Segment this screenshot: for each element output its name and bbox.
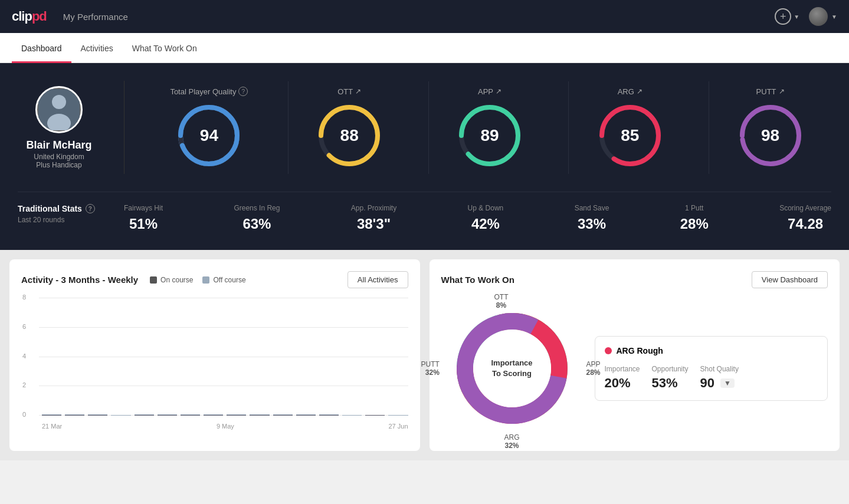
add-button[interactable]: + ▼ (775, 8, 799, 25)
bar-off-15 (388, 415, 408, 416)
sand-save-label: Sand Save (575, 204, 609, 212)
chart-area: 8 6 4 2 0 21 Mar 9 May 27 Jun (21, 298, 408, 433)
bar-on-7 (204, 415, 223, 416)
off-course-dot (202, 276, 209, 284)
app-arrow-icon: ↗ (496, 87, 501, 95)
importance-value: 20% (605, 375, 640, 391)
donut-center-text: ImportanceTo Scoring (491, 358, 532, 379)
logo-pd: pd (32, 9, 47, 24)
donut-wrapper: ImportanceTo Scoring OTT 8% APP 28% ARG … (441, 298, 583, 439)
one-putt-label: 1 Putt (685, 204, 703, 212)
greens-in-reg-value: 63% (242, 216, 271, 232)
on-course-dot (150, 276, 157, 284)
bar-group-0 (42, 414, 61, 416)
activity-panel: Activity - 3 Months - Weekly On course O… (9, 259, 420, 451)
bar-stack-9 (250, 414, 269, 416)
stats-top: Blair McHarg United Kingdom Plus Handica… (18, 81, 831, 174)
activity-title: Activity - 3 Months - Weekly (21, 275, 138, 285)
help-icon[interactable]: ? (238, 87, 248, 96)
trad-label-section: Traditional Stats ? Last 20 rounds (18, 204, 112, 224)
x-labels: 21 Mar 9 May 27 Jun (42, 419, 408, 433)
bar-on-5 (158, 415, 177, 416)
opportunity-label: Opportunity (652, 365, 689, 373)
user-menu[interactable]: ▼ (809, 7, 837, 26)
fairways-hit-value: 51% (129, 216, 158, 232)
total-circle: 94 (176, 103, 241, 168)
tab-dashboard[interactable]: Dashboard (12, 33, 71, 63)
header: clippd My Performance + ▼ ▼ (0, 0, 849, 33)
info-card-title: ARG Rough (605, 346, 818, 355)
tab-activities[interactable]: Activities (71, 33, 123, 63)
bar-stack-10 (273, 414, 293, 416)
app-circle: 89 (457, 103, 522, 168)
grid-label-4: 4 (22, 353, 26, 360)
legend-on-course: On course (150, 276, 193, 284)
donut-label-app: APP 28% (586, 360, 600, 377)
bar-on-10 (273, 415, 293, 416)
bars-container (42, 298, 408, 416)
all-activities-button[interactable]: All Activities (348, 271, 408, 288)
metric-opportunity: Opportunity 53% (652, 365, 689, 391)
bar-on-4 (135, 415, 154, 416)
wtwo-title: What To Work On (441, 275, 514, 285)
bar-on-12 (319, 415, 339, 416)
off-course-label: Off course (213, 276, 245, 284)
bar-on-14 (365, 415, 385, 416)
score-total-label: Total Player Quality ? (170, 87, 248, 96)
player-avatar (35, 86, 83, 133)
activity-header-left: Activity - 3 Months - Weekly On course O… (21, 275, 246, 285)
bar-stack-12 (319, 414, 339, 416)
stats-banner: Blair McHarg United Kingdom Plus Handica… (0, 63, 849, 250)
avatar-image (38, 89, 80, 130)
scoring-average-label: Scoring Average (779, 204, 831, 212)
arg-circle: 85 (598, 103, 663, 168)
x-label-jun: 27 Jun (388, 423, 408, 430)
metric-importance: Importance 20% (605, 365, 640, 391)
arg-arrow-icon: ↗ (637, 87, 643, 95)
bar-stack-5 (158, 414, 177, 416)
bar-on-2 (88, 415, 107, 416)
x-label-may: 9 May (217, 423, 234, 430)
bar-stack-6 (181, 414, 200, 416)
bar-group-11 (296, 414, 316, 416)
header-actions: + ▼ ▼ (775, 7, 837, 26)
fairways-hit-label: Fairways Hit (124, 204, 163, 212)
donut-label-putt: PUTT 32% (421, 360, 440, 377)
activity-legend: On course Off course (150, 276, 246, 284)
sand-save-value: 33% (578, 216, 606, 232)
bottom-panels: Activity - 3 Months - Weekly On course O… (0, 250, 849, 460)
app-label: APP ↗ (478, 87, 501, 96)
bar-group-8 (227, 414, 246, 416)
score-arg: ARG ↗ 85 (568, 81, 691, 174)
bar-group-4 (135, 414, 154, 416)
logo[interactable]: clippd (12, 9, 47, 24)
vertical-divider (124, 81, 124, 174)
bar-group-7 (204, 414, 223, 416)
bar-stack-4 (135, 414, 154, 416)
on-course-label: On course (160, 276, 193, 284)
score-app: APP ↗ 89 (428, 81, 551, 174)
trad-title: Traditional Stats ? (18, 204, 112, 213)
one-putt-value: 28% (680, 216, 709, 232)
bar-group-12 (319, 414, 339, 416)
metric-shot-quality: Shot Quality 90 ▼ (700, 365, 739, 391)
grid-label-2: 2 (22, 381, 26, 388)
grid-label-8: 8 (22, 294, 26, 301)
stat-scoring-average: Scoring Average 74.28 (779, 204, 831, 232)
trad-help-icon[interactable]: ? (86, 204, 95, 213)
bar-group-15 (388, 415, 408, 416)
up-and-down-value: 42% (471, 216, 500, 232)
grid-label-6: 6 (22, 323, 26, 330)
wtwo-panel: What To Work On View Dashboard (430, 259, 840, 451)
shot-quality-label: Shot Quality (700, 365, 739, 373)
score-total: Total Player Quality ? 94 (148, 81, 270, 174)
bar-group-1 (65, 414, 84, 416)
view-dashboard-button[interactable]: View Dashboard (752, 271, 828, 288)
tab-what-to-work-on[interactable]: What To Work On (123, 33, 206, 63)
shot-quality-badge: ▼ (720, 378, 735, 388)
player-handicap: Plus Handicap (36, 161, 81, 169)
wtwo-content: ImportanceTo Scoring OTT 8% APP 28% ARG … (441, 298, 828, 439)
putt-circle: 98 (738, 103, 803, 168)
info-card: ARG Rough Importance 20% Opportunity 53%… (595, 336, 828, 401)
putt-label: PUTT ↗ (756, 87, 785, 96)
